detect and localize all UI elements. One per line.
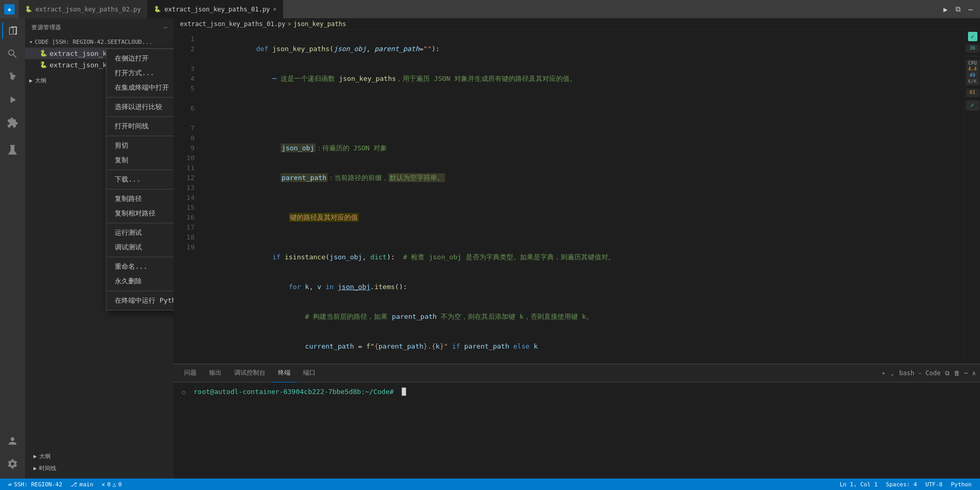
menu-item-debug-test[interactable]: 调试测试 xyxy=(106,240,174,255)
status-right: Ln 1, Col 1 Spaces: 4 UTF-8 Python xyxy=(836,479,976,490)
terminal-close-panel-icon[interactable]: ∧ xyxy=(972,369,976,377)
menu-item-rename[interactable]: 重命名... F2 xyxy=(106,259,174,274)
terminal-tab-debug[interactable]: 调试控制台 xyxy=(228,364,272,383)
menu-item-download[interactable]: 下载... xyxy=(106,172,174,187)
editor-content: 1 2 3 4 5 6 7 8 9 10 11 12 13 14 xyxy=(174,30,980,364)
status-encoding[interactable]: UTF-8 xyxy=(921,479,947,490)
menu-item-timeline[interactable]: 打开时间线 xyxy=(106,119,174,134)
menu-item-copy-rel-path[interactable]: 复制相对路径 Ctrl+K Ctrl+Shift+C xyxy=(106,206,174,221)
menu-item-open-side-label: 在侧边打开 xyxy=(115,54,149,63)
sidebar: 资源管理器 ⋯ ▾ CODE [SSH: REGION-42.SEETACLOU… xyxy=(25,18,174,479)
terminal-tab-ports-label: 端口 xyxy=(303,368,316,377)
menu-item-open-terminal[interactable]: 在集成终端中打开 xyxy=(106,80,174,95)
activity-item-settings[interactable] xyxy=(2,453,23,474)
menu-item-run-test[interactable]: 运行测试 xyxy=(106,225,174,240)
terminal-area: 问题 输出 调试控制台 终端 端口 + xyxy=(174,364,980,479)
menu-item-open-with[interactable]: 打开方式... xyxy=(106,66,174,80)
menu-item-open-side[interactable]: 在侧边打开 Ctrl+Enter xyxy=(106,51,174,66)
status-language[interactable]: Python xyxy=(947,479,976,490)
status-spaces[interactable]: Spaces: 4 xyxy=(882,479,922,490)
app-icon: ◈ xyxy=(4,4,15,15)
menu-item-copy-rel-path-label: 复制相对路径 xyxy=(115,209,155,218)
terminal-tab-output[interactable]: 输出 xyxy=(203,364,228,383)
terminal-chevron-icon[interactable]: ⌄ xyxy=(890,370,894,377)
menu-item-run-python[interactable]: 在终端中运行 Python 文件 xyxy=(106,293,174,308)
terminal-tab-ports[interactable]: 端口 xyxy=(297,364,322,383)
terminal-tab-terminal[interactable]: 终端 xyxy=(272,364,297,383)
chevron-right-icon: ▶ xyxy=(29,77,33,84)
menu-item-select-compare[interactable]: 选择以进行比较 xyxy=(106,100,174,114)
terminal-add-icon[interactable]: + xyxy=(882,370,886,377)
activity-item-explorer[interactable] xyxy=(2,20,23,41)
menu-sep-1 xyxy=(106,97,174,98)
menu-item-rename-label: 重命名... xyxy=(115,262,147,271)
sidebar-title-label: 资源管理器 xyxy=(31,23,62,31)
metric-label2: 61 xyxy=(966,89,979,97)
menu-item-download-label: 下载... xyxy=(115,175,140,184)
activity-item-search[interactable] xyxy=(2,43,23,64)
terminal-more-icon[interactable]: ⋯ xyxy=(964,369,968,377)
menu-item-timeline-label: 打开时间线 xyxy=(115,122,149,131)
terminal-content[interactable]: ○ root@autodl-container-63904cb222-7bbe5… xyxy=(174,383,980,479)
activity-bar-bottom xyxy=(2,431,23,479)
sidebar-more-button[interactable]: ⋯ xyxy=(164,24,167,31)
terminal-trash-icon[interactable]: 🗑 xyxy=(954,369,960,377)
menu-sep-6 xyxy=(106,223,174,223)
menu-item-copy-path[interactable]: 复制路径 Shift+Alt+C xyxy=(106,192,174,206)
activity-item-source-control[interactable] xyxy=(2,66,23,87)
metric-icon-bottom: ✓ xyxy=(966,100,979,111)
menu-item-open-with-label: 打开方式... xyxy=(115,68,154,78)
activity-item-extensions[interactable] xyxy=(2,112,23,133)
status-bar: ⇌ SSH: REGION-42 ⎇ main ✕ 0 △ 0 Ln 1, Co… xyxy=(0,479,980,490)
code-line-1: def json_key_paths(json_obj, parent_path… xyxy=(207,34,964,64)
activity-item-flask[interactable] xyxy=(2,139,23,160)
activity-item-account[interactable] xyxy=(2,431,23,451)
sidebar-outline-bottom[interactable]: ▶ 大纲 xyxy=(29,450,170,462)
file-py-icon-2: 🐍 xyxy=(40,61,47,68)
terminal-tab-problems[interactable]: 问题 xyxy=(178,364,203,383)
status-position-label: Ln 1, Col 1 xyxy=(840,481,878,488)
file-item-02-label: extract_json_k xyxy=(50,61,107,69)
menu-sep-5 xyxy=(106,189,174,189)
terminal-cursor: █ xyxy=(402,388,406,396)
status-warnings-label: 0 xyxy=(118,481,122,488)
status-errors[interactable]: ✕ 0 △ 0 xyxy=(98,479,126,490)
cpu-val1: 4.4 xyxy=(967,66,978,73)
menu-item-cut-label: 剪切 xyxy=(115,141,128,150)
cpu-label: CPU 4.4 49 K/K xyxy=(966,59,979,86)
menu-item-open-terminal-label: 在集成终端中打开 xyxy=(115,83,169,92)
split-editor-button[interactable]: ⧉ xyxy=(953,4,963,15)
status-ssh[interactable]: ⇌ SSH: REGION-42 xyxy=(4,479,66,490)
status-encoding-label: UTF-8 xyxy=(925,481,942,488)
tab-bar: 🐍 extract_json_key_paths_02.py 🐍 extract… xyxy=(19,0,936,18)
tab-file2[interactable]: 🐍 extract_json_key_paths_01.py ✕ xyxy=(148,0,283,18)
menu-item-cut[interactable]: 剪切 Ctrl+X xyxy=(106,138,174,153)
sidebar-timeline-header[interactable]: ▶ 时间线 xyxy=(29,462,170,474)
code-line-4: json_obj：待遍历的 JSON 对象 xyxy=(207,133,964,163)
status-position[interactable]: Ln 1, Col 1 xyxy=(836,479,882,490)
tab-file2-close[interactable]: ✕ xyxy=(273,6,277,13)
code-editor[interactable]: def json_key_paths(json_obj, parent_path… xyxy=(199,30,964,364)
cpu-val3: K/K xyxy=(967,79,978,85)
code-line-2: ─ 这是一个递归函数 json_key_paths，用于遍历 JSON 对象并生… xyxy=(207,64,964,93)
status-branch[interactable]: ⎇ main xyxy=(66,479,98,490)
sidebar-explorer-label: CODE [SSH: REGION-42.SEETACLOUD... xyxy=(35,39,152,45)
sidebar-explorer-header[interactable]: ▾ CODE [SSH: REGION-42.SEETACLOUD... xyxy=(25,37,174,47)
status-ssh-icon: ⇌ xyxy=(8,481,12,488)
status-language-label: Python xyxy=(951,481,972,488)
line-count-badge: 36 xyxy=(966,44,979,53)
breadcrumb: extract_json_key_paths_01.py > json_key_… xyxy=(174,18,980,30)
bash-code-label: bash - Code xyxy=(899,369,940,377)
menu-item-run-test-label: 运行测试 xyxy=(115,228,142,237)
code-line-blank1 xyxy=(207,93,964,103)
sidebar-title: 资源管理器 ⋯ xyxy=(25,18,174,37)
menu-item-copy[interactable]: 复制 Ctrl+C xyxy=(106,153,174,168)
terminal-tab-output-label: 输出 xyxy=(209,368,222,377)
terminal-split-icon[interactable]: ⧉ xyxy=(945,369,950,377)
menu-item-delete[interactable]: 永久删除 Delete xyxy=(106,274,174,289)
run-button[interactable]: ▶ xyxy=(940,4,951,15)
more-actions-button[interactable]: ⋯ xyxy=(965,4,976,15)
branch-icon: ⎇ xyxy=(70,481,77,488)
activity-item-run[interactable] xyxy=(2,89,23,110)
tab-file1[interactable]: 🐍 extract_json_key_paths_02.py xyxy=(19,0,148,18)
